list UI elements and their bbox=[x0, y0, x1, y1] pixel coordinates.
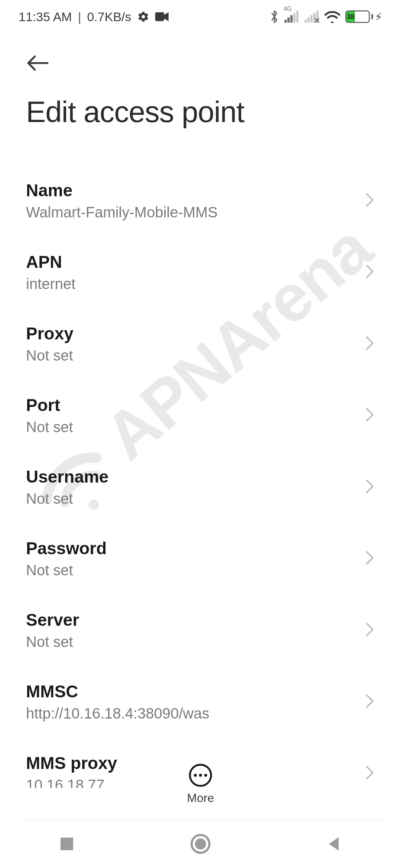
field-row-mmsc[interactable]: MMSC http://10.16.18.4:38090/was bbox=[26, 666, 375, 737]
battery-indicator: 38 ⚡︎ bbox=[345, 10, 382, 23]
svg-rect-3 bbox=[290, 15, 293, 23]
svg-rect-7 bbox=[307, 17, 310, 23]
field-row-port[interactable]: Port Not set bbox=[26, 379, 375, 451]
svg-marker-17 bbox=[329, 837, 339, 851]
camera-icon bbox=[155, 11, 169, 22]
field-row-apn[interactable]: APN internet bbox=[26, 236, 375, 308]
field-label: Username bbox=[26, 467, 353, 487]
signal-sim1-icon: 4G bbox=[284, 11, 299, 23]
svg-rect-0 bbox=[155, 12, 164, 21]
back-button[interactable] bbox=[26, 48, 56, 78]
field-row-server[interactable]: Server Not set bbox=[26, 594, 375, 666]
field-value: Not set bbox=[26, 490, 353, 507]
field-value: Not set bbox=[26, 347, 353, 364]
svg-rect-2 bbox=[287, 17, 290, 23]
field-label: Server bbox=[26, 610, 353, 630]
apn-fields-list: Name Walmart-Family-Mobile-MMS APN inter… bbox=[0, 165, 401, 788]
svg-rect-1 bbox=[284, 20, 287, 23]
field-label: APN bbox=[26, 252, 353, 272]
status-time: 11:35 AM bbox=[19, 10, 72, 24]
wifi-status-icon bbox=[325, 10, 340, 23]
chevron-right-icon bbox=[365, 263, 375, 281]
field-row-username[interactable]: Username Not set bbox=[26, 451, 375, 523]
chevron-right-icon bbox=[365, 478, 375, 496]
system-nav-bar bbox=[0, 820, 401, 868]
chevron-right-icon bbox=[365, 192, 375, 210]
field-row-password[interactable]: Password Not set bbox=[26, 523, 375, 594]
battery-percent: 38 bbox=[346, 11, 355, 22]
bluetooth-icon bbox=[270, 10, 279, 24]
field-value: Not set bbox=[26, 634, 353, 650]
signal-sim2-icon bbox=[304, 11, 319, 23]
nav-back-button[interactable] bbox=[297, 836, 371, 852]
chevron-right-icon bbox=[365, 407, 375, 424]
gear-icon bbox=[137, 11, 149, 23]
status-data-rate: 0.7KB/s bbox=[87, 10, 131, 24]
field-value: Not set bbox=[26, 419, 353, 435]
svg-point-16 bbox=[195, 838, 206, 849]
field-label: Port bbox=[26, 395, 353, 415]
charging-icon: ⚡︎ bbox=[375, 10, 382, 23]
status-bar: 11:35 AM | 0.7KB/s 4G 38 ⚡︎ bbox=[0, 0, 401, 33]
more-icon bbox=[189, 764, 212, 787]
field-value: Walmart-Family-Mobile-MMS bbox=[26, 204, 353, 221]
field-row-proxy[interactable]: Proxy Not set bbox=[26, 308, 375, 379]
field-value: Not set bbox=[26, 562, 353, 579]
svg-rect-4 bbox=[293, 13, 296, 23]
page-title: Edit access point bbox=[26, 95, 375, 129]
field-label: MMSC bbox=[26, 681, 353, 701]
network-badge: 4G bbox=[284, 6, 291, 12]
more-label: More bbox=[187, 791, 214, 805]
svg-rect-6 bbox=[304, 20, 307, 23]
more-button[interactable]: More bbox=[0, 764, 401, 805]
nav-recents-button[interactable] bbox=[30, 836, 104, 852]
chevron-right-icon bbox=[365, 550, 375, 568]
svg-rect-5 bbox=[296, 11, 299, 23]
nav-home-button[interactable] bbox=[163, 834, 238, 854]
chevron-right-icon bbox=[365, 335, 375, 353]
chevron-right-icon bbox=[365, 693, 375, 711]
field-label: Name bbox=[26, 180, 353, 200]
status-separator: | bbox=[78, 10, 81, 24]
field-label: Proxy bbox=[26, 323, 353, 343]
field-row-name[interactable]: Name Walmart-Family-Mobile-MMS bbox=[26, 165, 375, 236]
field-label: Password bbox=[26, 538, 353, 558]
field-value: http://10.16.18.4:38090/was bbox=[26, 705, 353, 722]
field-value: internet bbox=[26, 276, 353, 292]
svg-rect-14 bbox=[61, 838, 73, 850]
svg-rect-8 bbox=[310, 15, 313, 23]
chevron-right-icon bbox=[365, 621, 375, 639]
